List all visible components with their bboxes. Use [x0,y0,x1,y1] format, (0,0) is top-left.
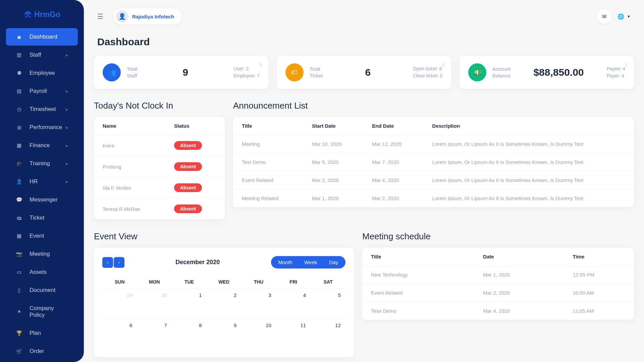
user-name: Rajodiya Infotech [132,14,174,19]
table-row: Event RelatedMar 2, 2020Mar 4, 2020Lorem… [233,171,634,189]
stat-value: $88,850.00 [511,67,607,78]
announce-start: Mar 1, 2020 [305,189,365,207]
sidebar-item-order[interactable]: 🛒Order [6,343,78,360]
announce-desc: Lorem Ipsum, Or Lipsum As It Is Sometime… [426,171,634,189]
drag-handle-icon[interactable]: ⠿ [259,63,262,68]
drag-handle-icon[interactable]: ⠿ [442,63,445,68]
chevron-right-icon: ▶ [66,53,68,57]
calendar-cell[interactable]: 6 [102,319,137,349]
meeting-row-date: Mar 1, 2020 [476,266,566,284]
announce-end: Mar 12, 2020 [365,135,425,153]
calendar-card: ‹ › December 2020 Month Week Day SUNMONT… [94,248,354,357]
sidebar-item-staff[interactable]: ▥Staff▶ [6,46,78,64]
sidebar-item-document[interactable]: ▯Document [6,282,78,299]
calendar-cell[interactable]: 9 [207,319,241,349]
sidebar-item-meeting[interactable]: 📷Meeting [6,245,78,263]
sidebar-item-employee[interactable]: ⚉Employee [6,64,78,82]
calendar-cell[interactable]: 11 [276,319,311,349]
chevron-right-icon: ▶ [66,89,68,93]
announce-start: Mar 10, 2020 [305,135,365,153]
menu-toggle-icon[interactable]: ☰ [97,12,103,20]
calendar-view-day[interactable]: Day [323,258,344,266]
calendar-view-week[interactable]: Week [298,258,323,266]
meeting-h-date: Date [476,248,566,266]
calendar-day-header: THU [241,275,276,289]
sidebar: HrmGo ◙Dashboard▥Staff▶⚉Employee▤Payroll… [0,0,84,362]
nav-label: Employee [30,70,68,76]
nav-label: Messenger [30,196,68,203]
topbar: ☰ 👤 Rajodiya Infotech ✉ 🌐 ▼ [94,0,634,33]
sidebar-item-payroll[interactable]: ▤Payroll▶ [6,82,78,100]
nav-icon: ▦ [15,142,23,148]
chevron-right-icon: ▶ [66,180,68,184]
brand-logo[interactable]: HrmGo [0,0,84,27]
announce-start: Mar 5, 2020 [305,153,365,171]
calendar-next-button[interactable]: › [114,257,124,268]
calendar-cell[interactable]: 5 [311,289,345,319]
sidebar-item-finance[interactable]: ▦Finance▶ [6,137,78,154]
user-chip[interactable]: 👤 Rajodiya Infotech [113,8,181,24]
sidebar-item-plan[interactable]: 🏆Plan [6,324,78,342]
page-title: Dashboard [97,36,631,48]
calendar-cell[interactable]: 30 [137,289,172,319]
announce-title: Meeting [233,135,305,153]
announce-section-title: Announcement List [233,101,634,111]
nav-icon: ⚉ [15,70,23,76]
announce-h-desc: Description [426,117,634,135]
nav-icon: 📷 [15,251,23,257]
nav-icon: ◙ [15,34,23,40]
announce-h-end: End Date [365,117,425,135]
table-row: Event RelatedMar 2, 202010:00 AM [362,284,634,302]
calendar-view-month[interactable]: Month [272,258,299,266]
calendar-day-header: MON [137,275,172,289]
chevron-right-icon: ▶ [66,126,68,129]
sidebar-item-assets[interactable]: ▭Assets [6,263,78,281]
announce-desc: Lorem Ipsum, Or Lipsum As It Is Sometime… [426,153,634,171]
nav-icon: 🏆 [15,330,23,336]
announce-title: Test Demo [233,153,305,171]
nav-label: Document [30,287,68,294]
sidebar-item-ticket[interactable]: 🎟Ticket [6,209,78,227]
clock-header-name: Name [94,117,167,135]
stat-icon: 🏷 [285,63,304,81]
calendar-cell[interactable]: 7 [137,319,172,349]
calendar-cell[interactable]: 4 [276,289,311,319]
sidebar-item-report[interactable]: ≡Report▶ [6,361,78,362]
table-row: Teresa R McRaeAbsent [94,198,225,220]
calendar-cell[interactable]: 3 [241,289,276,319]
sidebar-item-event[interactable]: ▦Event [6,227,78,245]
calendar-cell[interactable]: 10 [241,319,276,349]
calendar-cell[interactable]: 8 [172,319,207,349]
calendar-cell[interactable]: 1 [172,289,207,319]
calendar-cell[interactable]: 12 [311,319,345,349]
chevron-right-icon: ▶ [66,144,68,147]
sidebar-item-performance[interactable]: ◍Performance▶ [6,119,78,136]
calendar-cell[interactable]: 2 [207,289,241,319]
clock-status: Absent [167,198,225,220]
calendar-prev-button[interactable]: ‹ [102,257,113,268]
sidebar-item-training[interactable]: 🎓Training▶ [6,155,78,172]
status-badge: Absent [174,162,202,171]
stat-label: TotalStaff [127,66,138,79]
language-toggle[interactable]: 🌐 ▼ [618,13,631,20]
meeting-h-time: Time [566,248,634,266]
sidebar-item-hr[interactable]: 👤HR▶ [6,173,78,190]
clock-card: Name Status KeireAbsentProtiongAbsentIda… [94,117,225,220]
mail-icon[interactable]: ✉ [597,9,611,24]
stat-card: ⠿ 🏷 TotalTicket 6 Open ticket: 6Close ti… [277,56,451,89]
stat-sub: Payee: 4Payer: 4 [607,65,625,79]
nav-label: Staff [30,52,66,58]
calendar-cell[interactable]: 29 [102,289,137,319]
clock-name: Protiong [94,156,167,177]
nav-icon: 💬 [15,197,23,203]
calendar-view-switch: Month Week Day [271,256,345,268]
sidebar-item-company-policy[interactable]: ✶Company Policy [6,300,78,324]
nav-icon: ◍ [15,124,23,130]
sidebar-item-dashboard[interactable]: ◙Dashboard [6,28,78,46]
sidebar-item-timesheet[interactable]: ◷Timesheet▶ [6,101,78,118]
meeting-row-title: Tese Demo [362,302,476,320]
drag-handle-icon[interactable]: ⠿ [625,63,628,68]
clock-name: Keire [94,135,167,156]
sidebar-item-messenger[interactable]: 💬Messenger [6,191,78,208]
status-badge: Absent [174,141,202,150]
